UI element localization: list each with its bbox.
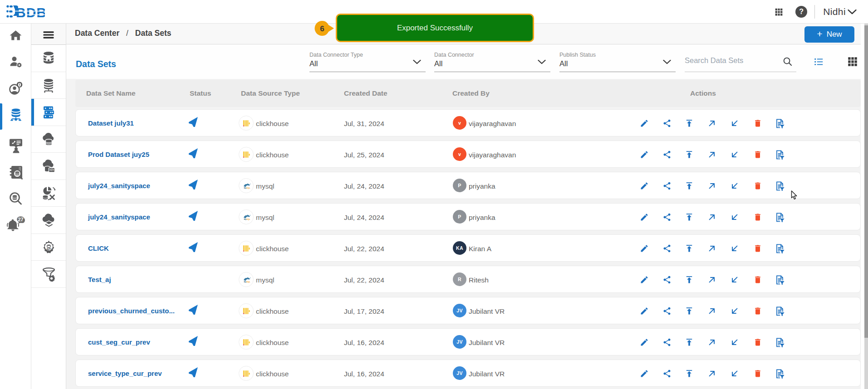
svg-text:SQL: SQL xyxy=(246,218,250,220)
svg-text:API: API xyxy=(46,248,51,251)
svg-text:</>: </> xyxy=(49,168,54,171)
svg-text:BDB: BDB xyxy=(16,5,45,20)
svg-text:SQL: SQL xyxy=(246,281,250,283)
svg-text:6: 6 xyxy=(320,24,324,33)
svg-text:27: 27 xyxy=(18,217,23,222)
svg-text:SQL: SQL xyxy=(246,187,250,189)
